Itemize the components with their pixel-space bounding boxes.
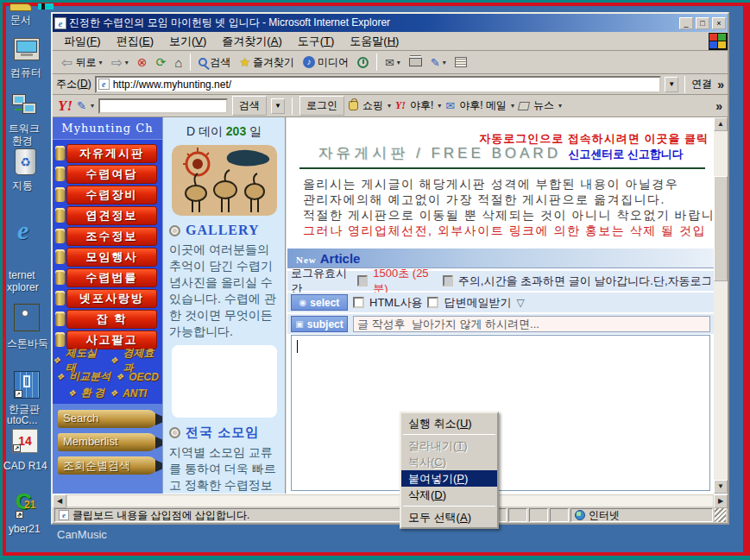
my-documents-label[interactable]: 문서 — [10, 13, 31, 28]
home-button[interactable]: ⌂ — [171, 53, 186, 72]
sidebar-item-dog-info[interactable]: 엽견정보 — [66, 206, 157, 225]
horizontal-scrollbar[interactable]: ◀ ▶ — [53, 494, 728, 507]
window-ie-icon: e — [54, 17, 66, 29]
report-link[interactable]: 신고센터로 신고합니다 — [568, 148, 684, 160]
ie-label-2[interactable]: xplorer — [7, 281, 39, 293]
yahoo-mail-item[interactable]: 야후! 메일 — [459, 98, 507, 113]
scroll-left-button[interactable]: ◀ — [53, 494, 66, 508]
network-label-2[interactable]: 환경 — [12, 134, 33, 148]
sidebar-item-netpo-lounge[interactable]: 넷포사랑방 — [66, 289, 157, 308]
yahoo-search-dropdown[interactable]: ▼ — [271, 98, 285, 114]
reply-mail-checkbox[interactable] — [427, 297, 438, 308]
discuss-button[interactable] — [451, 55, 470, 69]
link-oecd[interactable]: OECD — [129, 371, 159, 383]
network-neighborhood-icon[interactable] — [13, 95, 39, 117]
minimize-button[interactable]: _ — [679, 17, 693, 29]
scroll-right-button[interactable]: ▶ — [714, 494, 728, 508]
internet-explorer-icon[interactable]: e — [17, 216, 28, 245]
yahoo-login-button[interactable]: 로그인 — [299, 96, 344, 116]
sidebar-item-misc[interactable]: 잡 학 — [66, 310, 157, 329]
yahoo-shopping-item[interactable]: 쇼핑 — [362, 98, 383, 113]
recycle-bin-label[interactable]: 지통 — [12, 179, 33, 193]
autocad-r14-icon[interactable]: 14↗ — [12, 429, 38, 453]
close-button[interactable]: × — [712, 17, 726, 29]
history-button[interactable] — [354, 55, 372, 70]
recycle-bin-icon[interactable]: ♻ — [15, 148, 36, 175]
html-checkbox[interactable] — [353, 297, 364, 308]
sidebar-item-hunting-talk[interactable]: 수렵여담 — [66, 165, 157, 184]
title-bar[interactable]: e 진정한 수렵인의 모임 마이헌팅 넷 입니다 - Microsoft Int… — [53, 14, 728, 32]
address-input[interactable]: e http://www.myhunting.net/ — [95, 76, 662, 93]
media-button[interactable]: ♪미디어 — [299, 53, 352, 72]
address-dropdown-button[interactable]: ▼ — [665, 77, 678, 92]
maximize-button[interactable]: □ — [696, 17, 709, 29]
sidebar-item-bird-info[interactable]: 조수정보 — [66, 227, 157, 246]
yahoo-news-item[interactable]: 뉴스 — [533, 98, 554, 113]
my-computer-label[interactable]: 컴퓨터 — [10, 66, 41, 80]
refresh-button[interactable]: ⟳ — [153, 53, 170, 71]
scroll-down-button[interactable]: ▼ — [714, 480, 728, 494]
autocad-kr-label-2[interactable]: utoC... — [7, 414, 37, 426]
mail-button[interactable]: ✉▾ — [381, 54, 404, 71]
resize-grip[interactable] — [715, 508, 726, 522]
select-button[interactable]: ◉select — [291, 294, 348, 311]
yahoo-logo[interactable]: Y! — [58, 98, 72, 115]
menu-favorites[interactable]: 즐겨찾기(A) — [214, 32, 289, 51]
subject-button[interactable]: ▣subject — [291, 316, 348, 332]
desktop-screen: 문서 컴퓨터 트워크 환경 ♻ 지통 e ternet xplorer 스톤바둑… — [0, 0, 750, 560]
sidebar-item-hunting-gear[interactable]: 수렵장비 — [66, 186, 157, 204]
search-button[interactable]: 검색 — [195, 53, 234, 72]
link-environment[interactable]: 환 경 — [81, 386, 104, 400]
forward-button[interactable]: ⇨▾ — [107, 53, 131, 72]
menu-tools[interactable]: 도구(T) — [290, 32, 343, 51]
baduk-label[interactable]: 스톤바둑 — [7, 337, 48, 351]
context-delete[interactable]: 삭제(D) — [401, 487, 497, 503]
canmusic-label[interactable]: CanMusic — [57, 528, 107, 541]
ie-label-1[interactable]: ternet — [9, 269, 35, 281]
yahoo-search-button[interactable]: 검색 — [232, 96, 267, 116]
baduk-game-icon[interactable] — [14, 304, 40, 331]
context-select-all[interactable]: 모두 선택(A) — [401, 509, 497, 525]
yahoo-pencil-icon[interactable]: ✎ — [77, 99, 86, 112]
edit-button[interactable]: ✎▾ — [427, 54, 450, 71]
vertical-scrollbar[interactable]: ▲ ▼ — [714, 117, 728, 494]
cyber21-label[interactable]: yber21 — [9, 523, 41, 535]
article-body-textarea[interactable] — [291, 335, 710, 491]
gallery-artwork-image[interactable] — [172, 145, 277, 216]
menu-edit[interactable]: 편집(E) — [109, 32, 161, 51]
sidebar-item-free-board[interactable]: 자유게시판 — [66, 144, 157, 163]
time-checkbox[interactable] — [357, 275, 368, 286]
print-button[interactable] — [406, 56, 425, 68]
favorites-button[interactable]: ★즐겨찾기 — [236, 53, 298, 72]
reply-dropdown-icon[interactable]: ▽ — [516, 297, 524, 309]
back-button[interactable]: ⇦뒤로▾ — [58, 53, 105, 72]
autocad-kr-icon[interactable]: ↗ — [14, 371, 40, 399]
my-documents-icon[interactable] — [9, 3, 32, 11]
my-computer-icon[interactable] — [14, 38, 40, 60]
subject-input[interactable] — [353, 316, 710, 332]
links-label[interactable]: 연결 — [691, 77, 712, 91]
scroll-thumb[interactable] — [714, 176, 728, 281]
menu-view[interactable]: 보기(V) — [161, 32, 214, 51]
stop-button[interactable]: ⊗ — [134, 53, 151, 71]
sidebar-item-hunting-law[interactable]: 수렵법률 — [66, 268, 157, 287]
yahoo-home-item[interactable]: 야후! — [410, 98, 433, 113]
link-comparison[interactable]: 비교분석 — [69, 369, 110, 384]
context-undo[interactable]: 실행 취소(U) — [401, 415, 497, 431]
link-anti[interactable]: ANTI — [123, 387, 147, 400]
sidebar-item-events[interactable]: 모임행사 — [66, 248, 157, 267]
horizontal-scroll-track[interactable] — [66, 494, 714, 507]
yahoo-more-chevron[interactable]: » — [715, 99, 722, 113]
warning-checkbox[interactable] — [443, 275, 453, 286]
search-cartridge-button[interactable]: Search — [58, 410, 157, 428]
yahoo-search-input[interactable] — [98, 98, 228, 114]
menu-file[interactable]: 파일(F) — [56, 32, 109, 51]
links-chevron-icon[interactable]: » — [717, 78, 724, 91]
scroll-up-button[interactable]: ▲ — [714, 117, 728, 131]
autocad-r14-label[interactable]: CAD R14 — [3, 460, 47, 472]
menu-help[interactable]: 도움말(H) — [342, 32, 407, 51]
cyber21-icon[interactable]: C21↗ — [16, 488, 32, 515]
context-paste[interactable]: 붙여넣기(P) — [401, 470, 497, 487]
view-rank-cartridge-button[interactable]: 조회순별검색 — [58, 456, 157, 475]
memberlist-cartridge-button[interactable]: Memberlist — [58, 433, 157, 451]
